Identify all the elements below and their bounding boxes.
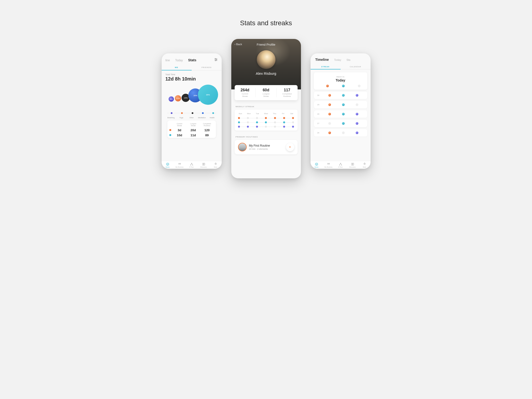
friend-stat: 264dCurrent Streak [235,88,256,97]
week-dot [238,117,240,119]
svg-rect-22 [329,164,329,164]
nav-label: More [210,166,222,168]
routine-subtitle: 10 min · 2 elements [249,148,284,150]
week-dot [292,126,294,128]
week-dot [292,121,294,123]
svg-point-13 [190,165,191,165]
legend-dot [181,112,183,114]
week-dot [247,126,249,128]
week-dot [274,126,276,128]
date-card: March 31 Today . [314,72,367,90]
week-dot [274,121,276,123]
streak-current: 10d [173,133,186,137]
avatar[interactable] [257,50,275,69]
nav-home[interactable]: Home [162,162,174,168]
svg-point-6 [166,163,169,166]
play-button[interactable] [286,143,294,151]
tab-stats[interactable]: Sta [346,58,350,61]
discovery-icon [347,162,359,166]
tab-today[interactable]: Today [175,59,183,62]
day-label: 26 [317,132,323,134]
svg-rect-20 [327,164,328,164]
week-dot [256,121,258,123]
svg-point-8 [168,164,168,164]
timeline-row: 30 [314,92,367,99]
routine-card[interactable]: My First Routine 10 min · 2 elements [235,140,298,154]
legend-dot [212,112,214,114]
bubble: 11% [175,95,181,101]
streak-dot [326,85,329,87]
streak-dot [328,94,331,97]
svg-point-14 [192,165,193,165]
tab-timeline[interactable]: line [165,59,170,62]
week-dot [274,117,276,119]
streak-header-current: Current Streak [173,123,186,127]
bottom-nav: HomeMy RoutinesIf-ThenDiscoveryMore [310,161,371,169]
subtab-friends[interactable]: FRIENDS [192,64,222,71]
weekday-label: Fri [281,112,285,115]
date-value: Today [314,78,367,82]
stat-value: 117 [277,88,298,92]
home-icon [310,162,323,166]
nav-my-routines[interactable]: My Routines [174,162,186,168]
play-icon [289,145,291,149]
week-dot [238,126,240,128]
subtab-me[interactable]: ME [162,64,192,71]
svg-point-16 [315,163,318,166]
weekday-label: Thu [272,112,277,115]
nav-if-then[interactable]: If-Then [335,162,347,168]
nav-discovery[interactable]: Discovery [347,162,359,168]
nav-label: My Routines [174,166,186,168]
timeline-row: 27 [314,120,367,127]
streak-dot [358,85,361,87]
stat-value: 60d [256,88,276,92]
streak-dot [356,94,358,97]
legend-label: Other [186,117,197,118]
total-time-value: 12d 8h 10min [165,76,218,82]
tab-timeline[interactable]: Timeline [315,58,329,62]
weekly-streak-card: SunMonTueWedThuFriSat [235,109,298,130]
streak-dot [342,113,345,115]
week-dot [247,121,249,123]
svg-point-18 [317,164,317,164]
svg-point-4 [216,59,217,60]
nav-home[interactable]: Home [310,162,323,168]
streak-row-dot [169,129,171,131]
nav-my-routines[interactable]: My Routines [323,162,335,168]
streak-dot [342,94,345,97]
more-icon [359,162,371,166]
streak-completed: 89 [200,133,214,137]
streak-row-dot [169,134,171,136]
subtab-streak[interactable]: STREAK [310,64,341,70]
legend-dot [192,112,193,114]
svg-rect-21 [329,163,329,164]
streak-dot [356,113,358,115]
ifthen-icon [335,162,347,166]
streak-longest: 20d [186,128,200,132]
legend-label: Yoga [176,117,186,118]
settings-icon[interactable] [214,58,218,63]
more-icon [210,162,222,166]
tab-today[interactable]: Today [334,58,341,61]
nav-discovery[interactable]: Discovery [198,162,210,168]
friend-stats-card: 264dCurrent Streak60dLongest Streak117Co… [235,85,298,100]
day-label: 29 [317,103,323,106]
svg-rect-19 [327,163,328,164]
nav-more[interactable]: More [210,162,222,168]
ifthen-icon [186,162,198,166]
subtab-calendar[interactable]: CALENDAR [341,64,371,70]
nav-if-then[interactable]: If-Then [186,162,198,168]
week-dot [265,121,267,123]
streak-card: Current Streak Longest Streak Completed … [167,120,216,138]
stats-phone: line Today Stats ME FRIENDS Total Time 1… [162,53,222,169]
svg-rect-11 [180,163,181,164]
svg-point-7 [167,164,167,164]
friend-profile-phone: ‹ Back Friend Profile Alex Risburg 264dC… [231,39,301,178]
nav-more[interactable]: More [359,162,371,168]
streak-dot [356,103,358,106]
routine-title: My First Routine [249,144,284,147]
timeline-phone: Timeline Today Sta STREAK CALENDAR March… [310,53,371,169]
nav-label: Home [162,166,174,168]
tab-stats[interactable]: Stats [188,58,196,62]
streak-header-completed: Completed Routines [200,123,214,127]
